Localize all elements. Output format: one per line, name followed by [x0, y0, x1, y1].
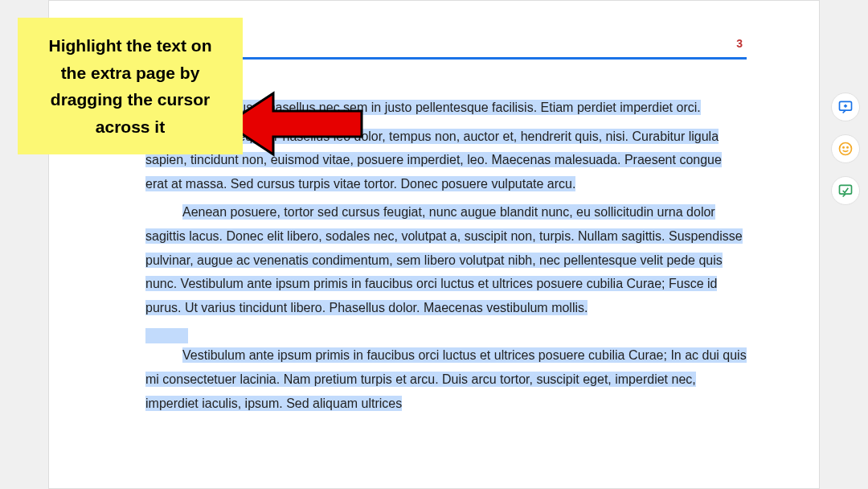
suggest-edits-button[interactable] [831, 176, 860, 205]
page-number: 3 [736, 37, 743, 50]
highlighted-text[interactable]: Aenean posuere, tortor sed cursus feugia… [145, 204, 743, 314]
comment-plus-icon [837, 99, 854, 115]
svg-point-5 [847, 147, 848, 148]
svg-point-3 [840, 143, 852, 155]
emoji-reaction-button[interactable] [831, 134, 860, 163]
highlighted-blank[interactable] [145, 328, 188, 343]
svg-point-4 [843, 147, 844, 148]
paragraph-3[interactable]: Aenean posuere, tortor sed cursus feugia… [145, 200, 747, 319]
paragraph-4[interactable]: Vestibulum ante ipsum primis in faucibus… [145, 343, 747, 415]
add-comment-button[interactable] [831, 92, 860, 121]
emoji-icon [837, 141, 854, 157]
instruction-callout: Highlight the text on the extra page by … [18, 18, 243, 154]
highlighted-text[interactable]: Vestibulum ante ipsum primis in faucibus… [145, 347, 747, 410]
side-toolbar [831, 92, 860, 205]
suggest-icon [837, 183, 854, 199]
